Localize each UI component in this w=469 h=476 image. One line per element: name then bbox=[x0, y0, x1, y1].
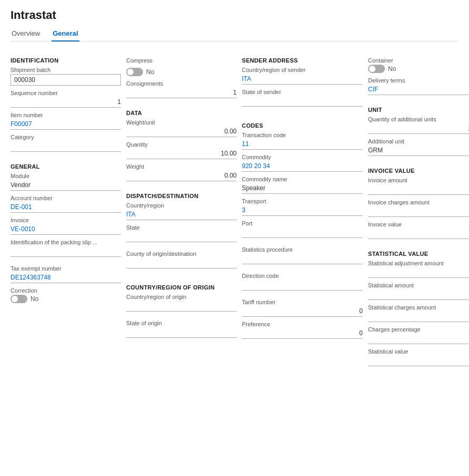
commodity-name-value: Speaker bbox=[242, 183, 363, 194]
transaction-code-value[interactable]: 11 bbox=[242, 139, 363, 150]
tab-overview[interactable]: Overview bbox=[11, 26, 41, 42]
correction-field: Correction No bbox=[11, 287, 121, 307]
weight-value[interactable]: 0.00 bbox=[126, 171, 237, 181]
preference-value[interactable]: 0 bbox=[242, 328, 363, 339]
codes-header: CODES bbox=[242, 122, 363, 129]
dispatch-country-field: Country/region ITA bbox=[126, 202, 237, 220]
account-number-label: Account number bbox=[11, 195, 121, 201]
additional-unit-field: Additional unit GRM bbox=[368, 138, 469, 156]
stat-adj-label: Statistical adjustment amount bbox=[368, 260, 469, 266]
invoice-value-label: Invoice value bbox=[368, 221, 469, 227]
state-sender-value[interactable] bbox=[242, 96, 363, 107]
county-field: County of origin/destination bbox=[126, 251, 237, 273]
tax-exempt-label: Tax exempt number bbox=[11, 265, 121, 272]
charges-pct-field: Charges percentage 0.00 bbox=[368, 326, 469, 344]
invoice-value-value[interactable]: 0.00 bbox=[368, 229, 469, 239]
commodity-field: Commodity 920 20 34 bbox=[242, 154, 363, 172]
direction-code-label: Direction code bbox=[242, 273, 363, 279]
statistics-procedure-value[interactable] bbox=[242, 254, 363, 264]
container-toggle-label: No bbox=[388, 65, 396, 73]
state-origin-value[interactable] bbox=[126, 327, 237, 338]
category-value[interactable] bbox=[11, 141, 121, 152]
shipment-batch-field: Shipment batch 000030 bbox=[11, 67, 121, 86]
commodity-label: Commodity bbox=[242, 154, 363, 160]
container-toggle[interactable] bbox=[368, 65, 385, 73]
commodity-value[interactable]: 920 20 34 bbox=[242, 161, 363, 172]
stat-value-field: Statistical value 0.00 bbox=[368, 348, 469, 366]
weight-unit-label: Weight/unit bbox=[126, 119, 237, 126]
invoice-amount-value[interactable]: 0.00 bbox=[368, 184, 469, 195]
dispatch-header: DISPATCH/DESTINATION bbox=[126, 193, 237, 199]
quantity-field: Quantity 10.00 bbox=[126, 141, 237, 159]
correction-toggle[interactable] bbox=[11, 295, 27, 303]
invoice-label: Invoice bbox=[11, 217, 121, 223]
direction-code-value[interactable] bbox=[242, 280, 363, 291]
port-value[interactable] bbox=[242, 227, 363, 238]
container-label: Container bbox=[368, 57, 469, 64]
tariff-number-value[interactable]: 0 bbox=[242, 306, 363, 317]
tab-bar: Overview General bbox=[11, 26, 458, 42]
tab-general[interactable]: General bbox=[52, 26, 79, 42]
data-header: DATA bbox=[126, 110, 237, 116]
compress-label: Compress bbox=[126, 57, 152, 64]
preference-label: Preference bbox=[242, 321, 363, 327]
column-1: IDENTIFICATION Shipment batch 000030 Seq… bbox=[11, 50, 121, 312]
charges-pct-label: Charges percentage bbox=[368, 326, 469, 333]
column-2: Compress No Consignments 1 DATA Weight/u… bbox=[126, 50, 237, 346]
weight-unit-value[interactable]: 0.00 bbox=[126, 127, 237, 137]
item-number-value[interactable]: F00007 bbox=[11, 119, 121, 130]
shipment-batch-value[interactable]: 000030 bbox=[11, 74, 121, 86]
identification-header: IDENTIFICATION bbox=[11, 57, 121, 64]
invoice-value[interactable]: VE-0010 bbox=[11, 224, 121, 235]
sequence-number-value: 1 bbox=[11, 97, 121, 108]
delivery-terms-value[interactable]: CIF bbox=[368, 85, 469, 95]
general-header: GENERAL bbox=[11, 163, 121, 170]
weight-field: Weight 0.00 bbox=[126, 163, 237, 181]
additional-unit-value: GRM bbox=[368, 146, 469, 156]
page-title: Intrastat bbox=[11, 8, 458, 22]
county-value[interactable] bbox=[126, 258, 237, 268]
stat-value-value[interactable]: 0.00 bbox=[368, 356, 469, 366]
stat-charges-value[interactable]: 0.00 bbox=[368, 312, 469, 322]
country-sender-value[interactable]: ITA bbox=[242, 74, 363, 85]
qty-additional-label: Quantity of additional units bbox=[368, 116, 469, 122]
additional-unit-label: Additional unit bbox=[368, 138, 469, 144]
dispatch-country-value[interactable]: ITA bbox=[126, 210, 237, 220]
commodity-name-field: Commodity name Speaker bbox=[242, 176, 363, 194]
port-label: Port bbox=[242, 220, 363, 226]
tariff-number-label: Tariff number bbox=[242, 299, 363, 305]
country-origin-header: COUNTRY/REGION OF ORIGIN bbox=[126, 284, 237, 291]
statistics-procedure-field: Statistics procedure bbox=[242, 246, 363, 268]
category-label: Category bbox=[11, 134, 121, 140]
transport-value[interactable]: 3 bbox=[242, 205, 363, 216]
charges-pct-value[interactable]: 0.00 bbox=[368, 334, 469, 344]
dispatch-state-value[interactable] bbox=[126, 232, 237, 242]
commodity-name-label: Commodity name bbox=[242, 176, 363, 182]
tax-exempt-value[interactable]: DE124363748 bbox=[11, 273, 121, 283]
compress-row: Compress bbox=[126, 57, 237, 64]
port-field: Port bbox=[242, 220, 363, 242]
transport-field: Transport 3 bbox=[242, 198, 363, 216]
qty-additional-value[interactable]: 10.00 bbox=[368, 123, 469, 134]
country-origin-value[interactable] bbox=[126, 301, 237, 312]
quantity-value[interactable]: 10.00 bbox=[126, 149, 237, 159]
stat-charges-label: Statistical charges amount bbox=[368, 304, 469, 311]
stat-adj-value[interactable]: 0.00 bbox=[368, 267, 469, 278]
dispatch-state-label: State bbox=[126, 224, 237, 231]
account-number-value[interactable]: DE-001 bbox=[11, 202, 121, 213]
packing-slip-label: Identification of the packing slip ... bbox=[11, 239, 121, 245]
country-sender-label: Country/region of sender bbox=[242, 67, 363, 73]
shipment-batch-label: Shipment batch bbox=[11, 67, 121, 73]
tariff-number-field: Tariff number 0 bbox=[242, 299, 363, 317]
packing-slip-value[interactable] bbox=[11, 246, 121, 257]
consignments-label: Consignments bbox=[126, 80, 237, 87]
compress-toggle[interactable] bbox=[126, 68, 143, 76]
state-sender-field: State of sender bbox=[242, 89, 363, 111]
preference-field: Preference 0 bbox=[242, 321, 363, 339]
delivery-terms-label: Delivery terms bbox=[368, 77, 469, 84]
weight-unit-field: Weight/unit 0.00 bbox=[126, 119, 237, 137]
invoice-charges-value[interactable]: 0.00 bbox=[368, 206, 469, 217]
invoice-charges-label: Invoice charges amount bbox=[368, 199, 469, 205]
transaction-code-field: Transaction code 11 bbox=[242, 132, 363, 150]
stat-amount-value[interactable]: 0.00 bbox=[368, 289, 469, 300]
